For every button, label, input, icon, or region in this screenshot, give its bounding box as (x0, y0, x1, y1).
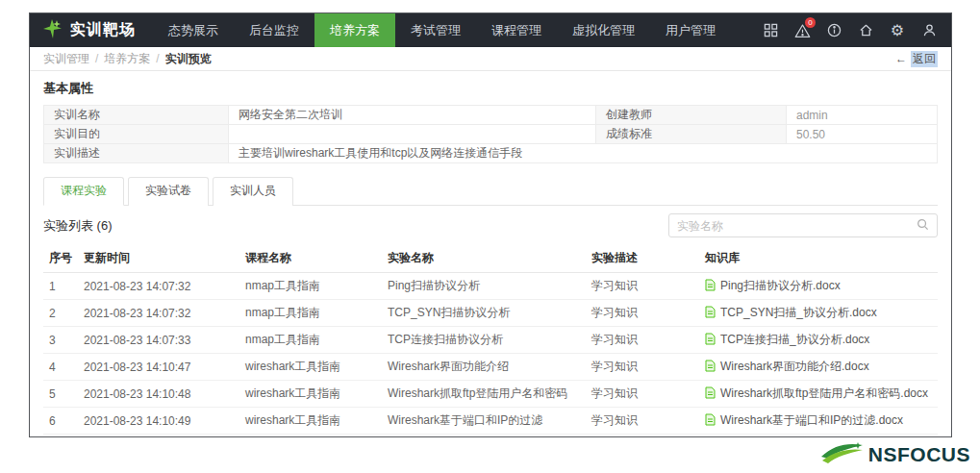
doc-filename: TCP连接扫描_协议分析.docx (720, 332, 869, 348)
knowledge-doc-link[interactable]: Wireshark抓取ftp登陆用户名和密码.docx (705, 386, 928, 402)
brand-star-icon (41, 17, 64, 43)
cell-desc: 学习知识 (586, 273, 699, 300)
breadcrumb-separator: / (95, 52, 98, 65)
menu-item-user[interactable]: 用户管理 (650, 13, 731, 47)
col-header-course: 课程名称 (239, 244, 382, 273)
cell-no: 4 (43, 354, 78, 381)
cell-updated: 2021-08-23 14:10:48 (78, 381, 239, 408)
cell-knowledge: Ping扫描协议分析.docx (699, 273, 938, 300)
footer-brand-name: NSFOCUS (868, 443, 970, 466)
cell-course: wireshark工具指南 (239, 354, 382, 381)
menu-item-virtualization[interactable]: 虚拟化管理 (557, 13, 650, 47)
info-icon[interactable] (825, 22, 842, 39)
cell-no: 1 (43, 273, 78, 300)
field-value-training-name: 网络安全第二次培训 (229, 106, 596, 125)
menu-item-backend-monitor[interactable]: 后台监控 (234, 13, 314, 47)
apps-grid-icon[interactable] (762, 22, 779, 39)
search-input[interactable] (677, 219, 917, 233)
app-window: 实训靶场 态势展示 后台监控 培养方案 考试管理 课程管理 虚拟化管理 用户管理 (29, 12, 952, 437)
tab-exam-papers[interactable]: 实验试卷 (128, 177, 209, 206)
doc-filename: Wireshark抓取ftp登陆用户名和密码.docx (720, 386, 928, 402)
menu-item-course[interactable]: 课程管理 (476, 13, 557, 47)
field-value-training-goal (229, 125, 596, 144)
search-box (668, 213, 938, 237)
cell-updated: 2021-08-23 14:07:33 (78, 327, 239, 354)
table-row: 6 2021-08-23 14:10:49 wireshark工具指南 Wire… (43, 408, 938, 435)
cell-updated: 2021-08-23 14:07:32 (78, 273, 239, 300)
document-icon (705, 360, 716, 375)
home-icon[interactable] (857, 22, 874, 39)
cell-experiment: TCP连接扫描协议分析 (382, 327, 586, 354)
user-icon[interactable] (920, 22, 938, 39)
back-arrow-icon: ← (895, 52, 907, 65)
knowledge-doc-link[interactable]: TCP连接扫描_协议分析.docx (705, 332, 869, 348)
knowledge-doc-link[interactable]: TCP_SYN扫描_协议分析.docx (705, 305, 877, 321)
cell-updated: 2021-08-23 14:10:49 (78, 408, 239, 435)
cell-no: 3 (43, 327, 78, 354)
col-header-updated: 更新时间 (78, 244, 239, 273)
basic-attributes-table: 实训名称 网络安全第二次培训 创建教师 admin 实训目的 成绩标准 50.5… (43, 105, 938, 163)
basic-attributes-section: 基本属性 实训名称 网络安全第二次培训 创建教师 admin 实训目的 成绩标准… (30, 71, 951, 163)
menu-item-training-plan[interactable]: 培养方案 (314, 13, 395, 47)
cell-desc: 学习知识 (586, 327, 699, 354)
menu-item-exam[interactable]: 考试管理 (395, 13, 476, 47)
knowledge-doc-link[interactable]: Wireshark基于端口和IP的过滤.docx (705, 412, 903, 429)
cell-knowledge: Wireshark界面功能介绍.docx (699, 354, 938, 381)
brand-logo[interactable]: 实训靶场 (30, 13, 153, 47)
menu-item-situation[interactable]: 态势展示 (153, 13, 234, 47)
col-header-desc: 实验描述 (586, 244, 699, 273)
document-icon (705, 333, 716, 348)
col-header-knowledge: 知识库 (699, 244, 938, 273)
cell-experiment: Wireshark抓取ftp登陆用户名和密码 (382, 381, 586, 408)
document-icon (705, 279, 716, 294)
cell-no: 6 (43, 408, 78, 435)
cell-no: 2 (43, 300, 78, 327)
table-row: 5 2021-08-23 14:10:48 wireshark工具指南 Wire… (43, 381, 938, 408)
cell-desc: 学习知识 (586, 354, 699, 381)
cell-course: nmap工具指南 (239, 300, 382, 327)
top-navbar: 实训靶场 态势展示 后台监控 培养方案 考试管理 课程管理 虚拟化管理 用户管理 (30, 13, 951, 47)
basic-attributes-title: 基本属性 (43, 80, 938, 97)
cell-knowledge: TCP连接扫描_协议分析.docx (699, 327, 938, 354)
alert-triangle-icon[interactable]: 0 (793, 22, 811, 39)
tab-training-members[interactable]: 实训人员 (213, 177, 293, 206)
search-icon[interactable] (917, 218, 929, 234)
doc-filename: TCP_SYN扫描_协议分析.docx (720, 305, 877, 321)
back-label: 返回 (911, 51, 938, 67)
col-header-no: 序号 (43, 244, 78, 273)
nsfocus-swoosh-icon (819, 440, 866, 469)
knowledge-doc-link[interactable]: Wireshark界面功能介绍.docx (705, 359, 869, 375)
cell-updated: 2021-08-23 14:07:32 (78, 300, 239, 327)
table-row: 3 2021-08-23 14:07:33 nmap工具指南 TCP连接扫描协议… (43, 327, 938, 354)
navbar-actions: 0 ⚙ (762, 13, 951, 47)
knowledge-doc-link[interactable]: Ping扫描协议分析.docx (705, 278, 841, 294)
breadcrumb-item-training-mgmt[interactable]: 实训管理 (43, 51, 89, 67)
cell-updated: 2021-08-23 14:10:47 (78, 354, 239, 381)
cell-knowledge: Wireshark抓取ftp登陆用户名和密码.docx (699, 381, 938, 408)
table-row: 1 2021-08-23 14:07:32 nmap工具指南 Ping扫描协议分… (43, 273, 938, 300)
cell-experiment: TCP_SYN扫描协议分析 (382, 300, 586, 327)
col-header-experiment: 实验名称 (382, 244, 586, 273)
cell-course: wireshark工具指南 (239, 408, 382, 435)
brand-title: 实训靶场 (70, 20, 136, 40)
back-button[interactable]: ← 返回 (895, 51, 938, 67)
cell-desc: 学习知识 (586, 381, 699, 408)
document-icon (705, 386, 716, 402)
footer-brand: NSFOCUS (819, 440, 970, 469)
breadcrumb-item-training-plan[interactable]: 培养方案 (104, 51, 150, 67)
field-value-creator: admin (787, 106, 938, 125)
cell-course: nmap工具指南 (239, 327, 382, 354)
experiment-list-header: 实验列表 (6) (30, 206, 951, 244)
doc-filename: Ping扫描协议分析.docx (720, 278, 841, 294)
cell-course: wireshark工具指南 (239, 381, 382, 408)
cell-desc: 学习知识 (586, 300, 699, 327)
cell-no: 5 (43, 381, 78, 408)
breadcrumb-item-current: 实训预览 (165, 51, 212, 67)
gear-icon[interactable]: ⚙ (889, 22, 906, 39)
document-icon (705, 413, 716, 429)
field-value-training-desc: 主要培训wireshark工具使用和tcp以及网络连接通信手段 (229, 144, 938, 163)
tab-course-experiments[interactable]: 课程实验 (43, 177, 124, 206)
doc-filename: Wireshark界面功能介绍.docx (720, 359, 869, 375)
breadcrumb: 实训管理 / 培养方案 / 实训预览 ← 返回 (30, 47, 951, 71)
experiment-table: 序号 更新时间 课程名称 实验名称 实验描述 知识库 1 2021-08-23 … (43, 244, 938, 435)
